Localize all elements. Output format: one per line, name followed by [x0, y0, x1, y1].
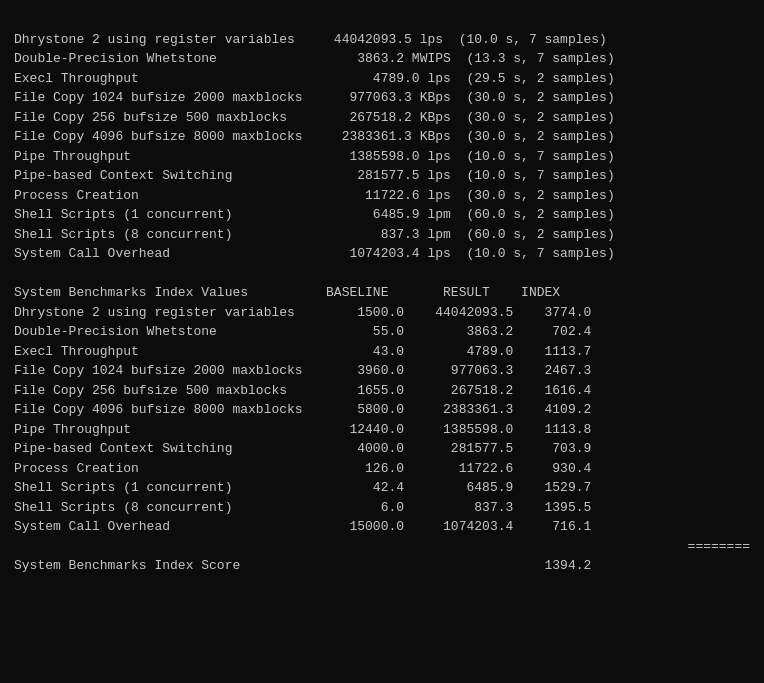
index-row: Dhrystone 2 using register variables 150…	[14, 303, 750, 323]
blank-4	[14, 595, 750, 615]
result-row: Process Creation 11722.6 lps (30.0 s, 2 …	[14, 186, 750, 206]
index-row: File Copy 4096 bufsize 8000 maxblocks 58…	[14, 400, 750, 420]
blank-2	[14, 264, 750, 284]
result-row: File Copy 256 bufsize 500 maxblocks 2675…	[14, 108, 750, 128]
index-row: File Copy 256 bufsize 500 maxblocks 1655…	[14, 381, 750, 401]
index-row: Pipe-based Context Switching 4000.0 2815…	[14, 439, 750, 459]
blank-3	[14, 576, 750, 596]
result-row: File Copy 4096 bufsize 8000 maxblocks 23…	[14, 127, 750, 147]
index-row: System Call Overhead 15000.0 1074203.4 7…	[14, 517, 750, 537]
benchmark-results: Dhrystone 2 using register variables 440…	[14, 30, 750, 264]
separator-equals: ========	[14, 537, 750, 557]
result-row: Execl Throughput 4789.0 lps (29.5 s, 2 s…	[14, 69, 750, 89]
index-row: Shell Scripts (1 concurrent) 42.4 6485.9…	[14, 478, 750, 498]
index-row: Execl Throughput 43.0 4789.0 1113.7	[14, 342, 750, 362]
result-row: Double-Precision Whetstone 3863.2 MWIPS …	[14, 49, 750, 69]
result-row: Shell Scripts (1 concurrent) 6485.9 lpm …	[14, 205, 750, 225]
result-row: System Call Overhead 1074203.4 lps (10.0…	[14, 244, 750, 264]
index-row: Process Creation 126.0 11722.6 930.4	[14, 459, 750, 479]
index-row: Shell Scripts (8 concurrent) 6.0 837.3 1…	[14, 498, 750, 518]
index-row: Double-Precision Whetstone 55.0 3863.2 7…	[14, 322, 750, 342]
index-row: File Copy 1024 bufsize 2000 maxblocks 39…	[14, 361, 750, 381]
blank-1	[14, 10, 750, 30]
score-line: System Benchmarks Index Score 1394.2	[14, 556, 750, 576]
result-row: File Copy 1024 bufsize 2000 maxblocks 97…	[14, 88, 750, 108]
result-row: Pipe-based Context Switching 281577.5 lp…	[14, 166, 750, 186]
result-row: Shell Scripts (8 concurrent) 837.3 lpm (…	[14, 225, 750, 245]
result-row: Pipe Throughput 1385598.0 lps (10.0 s, 7…	[14, 147, 750, 167]
result-row: Dhrystone 2 using register variables 440…	[14, 30, 750, 50]
index-row: Pipe Throughput 12440.0 1385598.0 1113.8	[14, 420, 750, 440]
terminal-window: Dhrystone 2 using register variables 440…	[14, 10, 750, 615]
index-header: System Benchmarks Index Values BASELINE …	[14, 283, 750, 303]
index-section: System Benchmarks Index Values BASELINE …	[14, 283, 750, 537]
